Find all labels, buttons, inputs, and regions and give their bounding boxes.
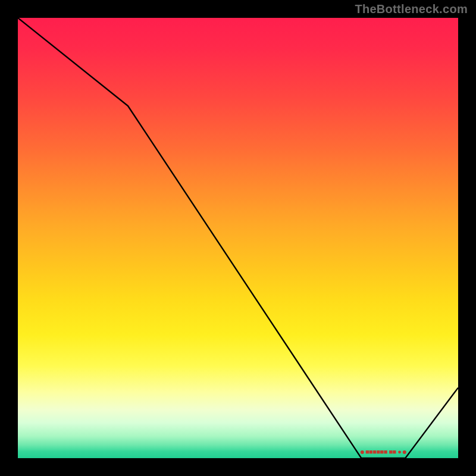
marker-label: ■■■■■■ ■■ ● [365, 448, 401, 455]
chart-container: TheBottleneck.com ■■■■■■ ■■ ● [0, 0, 476, 476]
marker-dot-left [361, 450, 364, 454]
bottleneck-curve [18, 18, 458, 458]
marker-dot-right [402, 450, 406, 454]
watermark-text: TheBottleneck.com [355, 2, 468, 16]
line-overlay [18, 18, 458, 458]
optimal-point-marker: ■■■■■■ ■■ ● [359, 448, 407, 455]
plot-area: ■■■■■■ ■■ ● [18, 18, 458, 458]
